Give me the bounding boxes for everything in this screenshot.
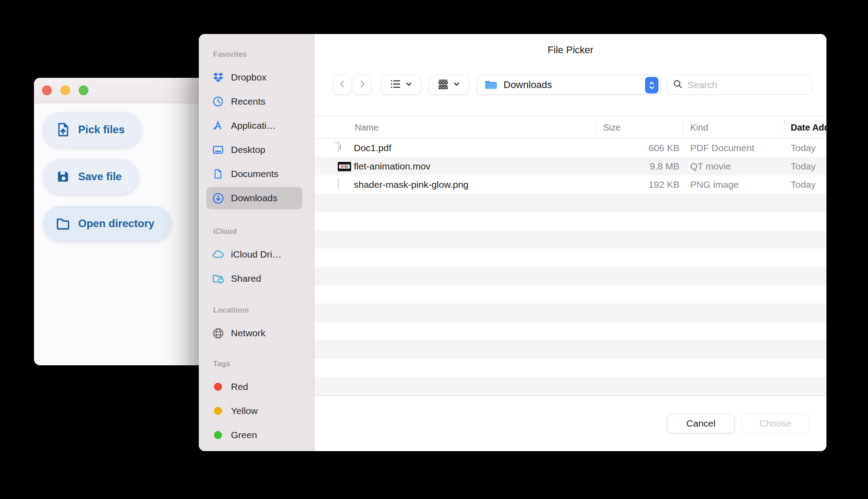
folder-open-icon: [55, 216, 71, 232]
sidebar-item-label: Network: [231, 328, 265, 338]
red-tag-icon: [214, 383, 222, 391]
group-view-icon: [437, 78, 449, 91]
column-header-name[interactable]: Name: [355, 116, 378, 139]
chevron-right-icon: [357, 79, 367, 90]
sidebar-section-locations: Locations: [213, 305, 314, 316]
sidebar-item-downloads[interactable]: Downloads: [206, 187, 302, 209]
file-date-added: Today: [791, 157, 816, 175]
sidebar-item-tag-yellow[interactable]: Yellow: [206, 399, 302, 423]
list-view-dropdown[interactable]: [381, 75, 421, 95]
pick-files-label: Pick files: [78, 123, 125, 136]
app-window-body: Pick files Save file Ope: [34, 103, 210, 241]
desktop-icon: [211, 144, 225, 156]
cancel-button[interactable]: Cancel: [667, 414, 735, 433]
app-window-titlebar[interactable]: [34, 78, 210, 103]
sidebar-item-dropbox[interactable]: Dropbox: [206, 65, 302, 89]
chevron-down-icon: [453, 80, 460, 89]
folder-icon: [484, 78, 498, 92]
sidebar-item-label: Downloads: [231, 193, 277, 203]
minimize-traffic-light[interactable]: [60, 85, 70, 95]
sidebar-item-label: Desktop: [231, 144, 265, 155]
forward-button[interactable]: [353, 75, 372, 95]
sidebar: Favorites Dropbox: [199, 34, 314, 451]
table-header: Name Size Kind Date Added: [314, 116, 826, 139]
sidebar-item-tag-green[interactable]: Green: [206, 423, 302, 447]
file-kind: QT movie: [690, 157, 731, 175]
file-date-added: Today: [791, 139, 816, 157]
sidebar-item-icloud-drive[interactable]: iCloud Dri…: [206, 242, 302, 266]
dropbox-icon: [211, 72, 225, 84]
search-input[interactable]: [688, 80, 807, 90]
table-row[interactable]: shader-mask-pink-glow.png 192 KB PNG ima…: [314, 175, 826, 194]
file-list: Doc1.pdf 606 KB PDF Document Today flet-…: [314, 139, 826, 395]
green-tag-icon: [214, 431, 222, 439]
sidebar-item-applications[interactable]: Applicati…: [206, 114, 302, 138]
sidebar-item-tag-red[interactable]: Red: [206, 375, 302, 399]
sidebar-item-label: Documents: [231, 169, 278, 179]
file-size: 606 KB: [603, 139, 679, 157]
column-header-kind[interactable]: Kind: [690, 116, 708, 139]
document-icon: [211, 169, 225, 179]
file-name: Doc1.pdf: [354, 139, 391, 157]
search-field[interactable]: [667, 75, 812, 95]
sidebar-item-label: iCloud Dri…: [231, 249, 281, 260]
sidebar-item-label: Green: [231, 430, 257, 440]
download-circle-icon: [211, 192, 225, 204]
save-icon: [55, 169, 71, 185]
save-file-label: Save file: [78, 170, 122, 183]
pdf-file-icon: [338, 141, 350, 155]
table-row[interactable]: Doc1.pdf 606 KB PDF Document Today: [314, 139, 826, 157]
sidebar-section-tags: Tags: [213, 359, 314, 369]
column-divider: [784, 119, 784, 135]
sidebar-item-desktop[interactable]: Desktop: [206, 138, 302, 162]
folder-stepper-icon[interactable]: [645, 77, 658, 93]
sidebar-section-favorites: Favorites: [213, 49, 314, 60]
current-folder-label: Downloads: [503, 79, 552, 91]
sidebar-item-label: Red: [231, 381, 248, 392]
clock-icon: [211, 96, 225, 107]
file-size: 192 KB: [603, 175, 679, 194]
file-picker-main: File Picker: [314, 34, 826, 451]
dialog-footer: Cancel Choose: [314, 395, 826, 451]
pick-files-button[interactable]: Pick files: [43, 112, 142, 147]
back-button[interactable]: [333, 75, 352, 95]
column-header-date-added[interactable]: Date Added: [791, 116, 826, 139]
chevron-left-icon: [337, 79, 347, 90]
current-folder-select[interactable]: Downloads: [477, 75, 661, 95]
sidebar-item-documents[interactable]: Documents: [206, 162, 302, 186]
sidebar-item-label: Applicati…: [231, 120, 276, 131]
sidebar-item-network[interactable]: Network: [206, 321, 302, 345]
file-name: flet-animation.mov: [354, 157, 431, 175]
globe-icon: [211, 327, 225, 339]
file-kind: PNG image: [690, 175, 739, 194]
file-date-added: Today: [791, 175, 816, 194]
sidebar-section-icloud: iCloud: [213, 226, 314, 237]
file-picker-dialog: Favorites Dropbox: [199, 34, 826, 451]
sidebar-item-label: Shared: [231, 273, 261, 284]
toolbar: Downloads: [333, 75, 812, 95]
file-upload-icon: [55, 122, 71, 138]
sidebar-item-shared[interactable]: Shared: [206, 266, 302, 291]
yellow-tag-icon: [214, 407, 222, 415]
table-row[interactable]: flet-animation.mov 9.8 MB QT movie Today: [314, 157, 826, 175]
movie-file-icon: [338, 159, 350, 173]
choose-button[interactable]: Choose: [742, 414, 809, 433]
sidebar-item-label: Dropbox: [231, 72, 266, 83]
close-traffic-light[interactable]: [42, 85, 52, 95]
column-divider: [683, 119, 683, 135]
file-kind: PDF Document: [690, 139, 755, 157]
search-icon: [672, 79, 683, 91]
column-divider: [595, 119, 596, 135]
zoom-traffic-light[interactable]: [79, 85, 88, 95]
save-file-button[interactable]: Save file: [43, 159, 138, 194]
desktop: Pick files Save file Ope: [0, 0, 868, 499]
column-header-size[interactable]: Size: [603, 116, 621, 139]
dialog-title: File Picker: [314, 45, 826, 55]
group-view-dropdown[interactable]: [428, 75, 469, 95]
shared-folder-icon: [211, 272, 225, 285]
open-directory-label: Open directory: [78, 217, 155, 230]
sidebar-item-recents[interactable]: Recents: [206, 89, 302, 114]
open-directory-button[interactable]: Open directory: [43, 206, 172, 241]
app-store-icon: [211, 120, 225, 131]
sidebar-item-label: Yellow: [231, 406, 258, 416]
